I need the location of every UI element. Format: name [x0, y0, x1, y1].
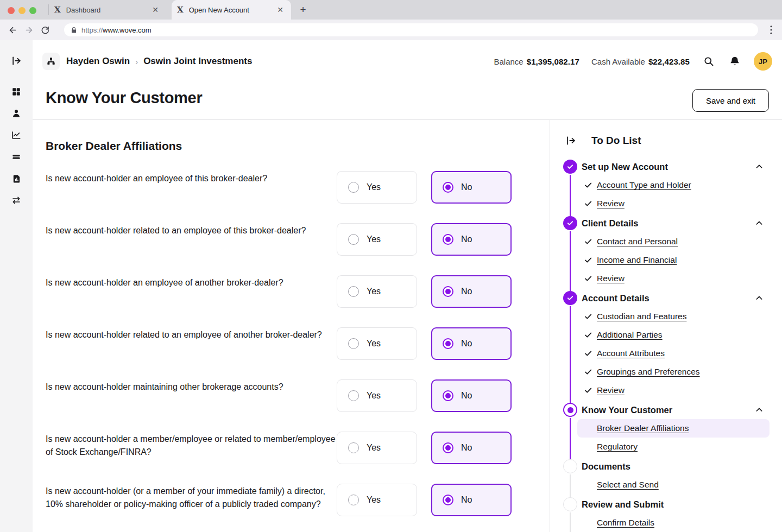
todo-item[interactable]: Review — [577, 194, 770, 213]
todo-item[interactable]: Regulatory — [577, 438, 770, 456]
browser-menu-icon[interactable] — [765, 23, 778, 36]
tab-dashboard[interactable]: X Dashboard ✕ — [49, 0, 166, 20]
todo-item[interactable]: Additional Parties — [577, 326, 770, 344]
balance-value: $1,395,082.17 — [527, 57, 579, 66]
progress-connector-line — [570, 175, 571, 216]
option-yes[interactable]: Yes — [337, 379, 417, 412]
todo-item-label[interactable]: Review — [597, 199, 625, 208]
todo-item-label[interactable]: Broker Dealer Affiliations — [597, 423, 689, 433]
question-text: Is new account-holder maintaining other … — [46, 379, 339, 394]
tab-close-icon[interactable]: ✕ — [150, 4, 161, 15]
option-yes[interactable]: Yes — [337, 484, 417, 516]
option-no[interactable]: No — [431, 275, 512, 308]
todo-item[interactable]: Income and Financial — [577, 251, 770, 269]
breadcrumb-account[interactable]: Oswin Joint Investments — [143, 56, 252, 67]
radio-icon — [348, 495, 359, 505]
todo-item-label[interactable]: Regulatory — [597, 442, 638, 452]
radio-icon — [443, 495, 453, 505]
todo-item-label[interactable]: Select and Send — [597, 480, 659, 490]
todo-item-label[interactable]: Custodian and Features — [597, 312, 686, 321]
todo-item[interactable]: Account Type and Holder — [577, 176, 770, 194]
option-yes[interactable]: Yes — [337, 275, 417, 308]
todo-item[interactable]: Select and Send — [577, 476, 770, 494]
save-and-exit-button[interactable]: Save and exit — [692, 89, 769, 112]
search-icon[interactable] — [702, 54, 716, 68]
option-label: Yes — [367, 391, 381, 401]
todo-item[interactable]: Groupings and Preferences — [577, 363, 770, 381]
forward-icon[interactable] — [21, 22, 37, 37]
todo-items: Custodian and Features Additional Partie… — [550, 307, 782, 400]
todo-item[interactable]: Review — [577, 269, 770, 288]
todo-item-label[interactable]: Review — [597, 385, 625, 395]
question-row: Is new account-holder related to an empl… — [46, 327, 550, 360]
traffic-light-minimize[interactable] — [18, 7, 26, 14]
option-no[interactable]: No — [431, 432, 512, 464]
todo-item-label[interactable]: Review — [597, 274, 625, 283]
question-row: Is new account-holder maintaining other … — [46, 379, 550, 412]
panel-collapse-icon[interactable] — [565, 135, 576, 146]
option-no[interactable]: No — [431, 327, 512, 360]
tab-close-icon[interactable]: ✕ — [275, 4, 286, 15]
option-label: No — [461, 235, 472, 244]
back-icon[interactable] — [4, 22, 21, 37]
address-bar[interactable]: https://www.wove.com — [64, 23, 758, 36]
option-yes[interactable]: Yes — [337, 327, 417, 360]
todo-section-header[interactable]: Review and Submit — [550, 495, 782, 514]
nav-documents-icon[interactable] — [10, 172, 23, 185]
refresh-icon[interactable] — [37, 22, 53, 37]
option-label: Yes — [367, 182, 381, 192]
todo-item[interactable]: Custodian and Features — [577, 307, 770, 326]
todo-item[interactable]: Contact and Personal — [577, 232, 770, 251]
tab-open-new-account[interactable]: X Open New Account ✕ — [172, 0, 291, 20]
option-no[interactable]: No — [431, 171, 512, 204]
todo-section-header[interactable]: Account Details — [550, 289, 782, 307]
traffic-light-close[interactable] — [8, 7, 15, 14]
todo-item-label[interactable]: Income and Financial — [597, 255, 677, 265]
todo-item-label[interactable]: Contact and Personal — [597, 237, 678, 246]
todo-section-header[interactable]: Set up New Account — [550, 157, 782, 176]
todo-items: Broker Dealer Affiliations Regulatory — [550, 419, 782, 456]
notifications-bell-icon[interactable] — [728, 54, 742, 68]
todo-item-label[interactable]: Additional Parties — [597, 330, 663, 340]
radio-icon — [348, 182, 359, 193]
nav-performance-icon[interactable] — [10, 129, 23, 142]
todo-item-label[interactable]: Account Type and Holder — [597, 180, 691, 190]
new-tab-button[interactable]: + — [296, 3, 310, 17]
chevron-up-icon[interactable] — [755, 219, 764, 227]
option-yes[interactable]: Yes — [337, 223, 417, 256]
option-no[interactable]: No — [431, 484, 512, 516]
todo-section-header[interactable]: Documents — [550, 457, 782, 476]
nav-accounts-icon[interactable] — [10, 150, 23, 163]
radio-icon — [348, 390, 359, 401]
todo-item[interactable]: Review — [577, 381, 770, 400]
todo-section-header[interactable]: Client Details — [550, 214, 782, 232]
todo-section-header[interactable]: Know Your Customer — [550, 401, 782, 419]
cash-available-value: $22,423.85 — [648, 57, 690, 66]
chevron-up-icon[interactable] — [755, 162, 764, 171]
breadcrumb-client[interactable]: Hayden Oswin — [66, 56, 130, 67]
option-label: No — [461, 339, 472, 349]
traffic-light-maximize[interactable] — [29, 7, 36, 14]
option-yes[interactable]: Yes — [337, 432, 417, 464]
todo-item[interactable]: Account Attributes — [577, 344, 770, 363]
todo-item-label[interactable]: Account Attributes — [597, 349, 665, 358]
radio-icon — [443, 234, 453, 245]
chevron-up-icon[interactable] — [755, 406, 764, 414]
todo-item-label[interactable]: Groupings and Preferences — [597, 367, 700, 377]
option-no[interactable]: No — [431, 379, 512, 412]
todo-item[interactable]: Confirm Details — [577, 514, 770, 532]
nav-dashboard-icon[interactable] — [10, 85, 23, 98]
option-no[interactable]: No — [431, 223, 512, 256]
chevron-up-icon[interactable] — [755, 294, 764, 302]
todo-item[interactable]: Broker Dealer Affiliations — [577, 419, 770, 438]
section-status-icon — [563, 291, 577, 305]
nav-clients-icon[interactable] — [10, 107, 23, 120]
todo-item-label[interactable]: Confirm Details — [597, 518, 654, 528]
sidebar-toggle-icon[interactable] — [10, 54, 23, 67]
option-yes[interactable]: Yes — [337, 171, 417, 204]
account-hierarchy-iconbox[interactable] — [42, 53, 60, 70]
avatar[interactable]: JP — [754, 52, 772, 71]
todo-section-label: Set up New Account — [582, 162, 668, 172]
nav-transfers-icon[interactable] — [10, 194, 23, 207]
page-title: Know Your Customer — [46, 89, 202, 107]
